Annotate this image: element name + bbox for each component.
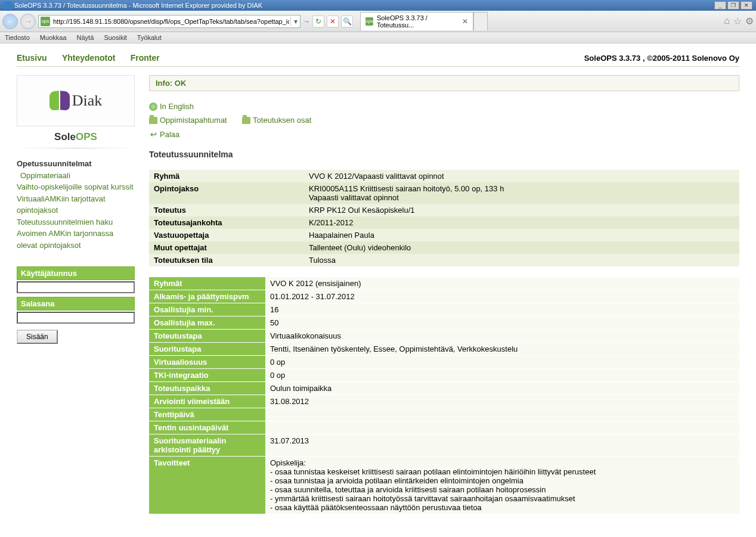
- action-label: Oppimistapahtumat: [160, 113, 227, 127]
- search-button[interactable]: 🔍: [341, 15, 353, 27]
- sidebar-item-virtuaaliamk[interactable]: VirtuaaliAMKiin tarjottavat opintojaksot: [17, 193, 135, 216]
- row-value: Haapalainen Paula: [304, 229, 739, 241]
- home-icon[interactable]: ⌂: [724, 15, 730, 27]
- row-label: Osallistujia max.: [149, 316, 265, 330]
- go-button[interactable]: →: [303, 17, 310, 26]
- row-label: Opintojakso: [149, 182, 304, 204]
- address-bar[interactable]: ops ▾: [38, 15, 300, 28]
- stop-button[interactable]: ✕: [327, 15, 339, 27]
- row-label: Tenttipäivä: [149, 408, 265, 421]
- row-label: Ryhmät: [149, 277, 265, 290]
- row-value: [265, 421, 739, 434]
- browser-navbar: ← → ops ▾ → ↻ ✕ 🔍 ops SoleOPS 3.3.73 / T…: [0, 11, 756, 32]
- row-value: 50: [265, 316, 739, 330]
- row-label: Arviointi viimeistään: [149, 395, 265, 408]
- diak-logo-icon: [49, 89, 70, 113]
- browser-tab[interactable]: ops SoleOPS 3.3.73 / Toteutussu... ✕: [360, 12, 473, 30]
- table-row: ToteutusajankohtaK/2011-2012: [149, 216, 739, 229]
- language-link[interactable]: In English: [149, 100, 194, 113]
- menu-item[interactable]: Työkalut: [137, 34, 162, 41]
- table-row: RyhmätVVO K 2012 (ensisijainen): [149, 277, 739, 290]
- row-value: Opiskelija: - osaa tunnistaa keskeiset k…: [265, 457, 739, 514]
- row-label: Toteutuksen tila: [149, 254, 304, 266]
- url-input[interactable]: [52, 17, 290, 26]
- username-label: Käyttäjätunnus: [17, 266, 135, 280]
- restore-button[interactable]: ❐: [727, 1, 739, 10]
- new-tab-button[interactable]: [473, 12, 488, 30]
- row-value: Tulossa: [304, 254, 739, 266]
- row-label: TKI-integraatio: [149, 369, 265, 382]
- sidebar-item-vaihto[interactable]: Vaihto-opiskelijoille sopivat kurssit: [17, 181, 135, 193]
- sidebar-item-opetussuunnitelmat[interactable]: Opetussuunnitelmat: [17, 158, 135, 170]
- row-value: 16: [265, 303, 739, 316]
- username-input[interactable]: [17, 281, 135, 293]
- row-value: 01.01.2012 - 31.07.2012: [265, 290, 739, 303]
- table-row: TKI-integraatio0 op: [149, 369, 739, 382]
- password-input[interactable]: [17, 312, 135, 324]
- forward-button[interactable]: →: [20, 14, 36, 29]
- window-title: SoleOPS 3.3.73 / Toteutussuunnitelma - M…: [14, 2, 714, 9]
- sidebar-item-oppimateriaali[interactable]: Oppimateriaali: [17, 170, 135, 182]
- menu-item[interactable]: Näytä: [77, 34, 94, 41]
- browser-menubar: Tiedosto Muokkaa Näytä Suosikit Työkalut: [0, 32, 756, 44]
- menu-item[interactable]: Tiedosto: [5, 34, 30, 41]
- folder-icon: [149, 117, 157, 124]
- table-row: Muut opettajatTallenteet (Oulu) videohen…: [149, 241, 739, 254]
- menu-item[interactable]: Muokkaa: [40, 34, 67, 41]
- row-value: K/2011-2012: [304, 216, 739, 229]
- sidebar-item-toteutushaku[interactable]: Toteutussuunnitelmien haku: [17, 216, 135, 228]
- tab-favicon: ops: [365, 17, 373, 26]
- row-value: Tentti, Itsenäinen työskentely, Essee, O…: [265, 343, 739, 356]
- row-label: Tentin uusintapäivät: [149, 421, 265, 434]
- back-button[interactable]: ←: [2, 14, 18, 29]
- topnav-yhteydenotot[interactable]: Yhteydenotot: [62, 53, 115, 63]
- table-row: Alkamis- ja päättymispvm01.01.2012 - 31.…: [149, 290, 739, 303]
- password-label: Salasana: [17, 297, 135, 311]
- minimize-button[interactable]: _: [714, 1, 726, 10]
- row-label: Tavoitteet: [149, 457, 265, 514]
- course-summary-table: RyhmäVVO K 2012/Vapaasti valittavat opin…: [149, 170, 739, 266]
- refresh-button[interactable]: ↻: [312, 15, 324, 27]
- login-button[interactable]: Sisään: [17, 330, 58, 344]
- row-value: VVO K 2012 (ensisijainen): [265, 277, 739, 290]
- info-message: Info: OK: [149, 75, 739, 91]
- ie-icon: [4, 1, 12, 10]
- row-label: Vastuuopettaja: [149, 229, 304, 241]
- sidebar-item-avoinamkin[interactable]: Avoimen AMKin tarjonnassa olevat opintoj…: [17, 228, 135, 251]
- table-row: ToteutustapaVirtuaalikokonaisuus: [149, 330, 739, 343]
- close-window-button[interactable]: ✕: [740, 1, 752, 10]
- logo-box: Diak: [17, 75, 135, 126]
- table-row: Suoritusmateriaalin arkistointi päättyy3…: [149, 434, 739, 457]
- action-toteutuksen-osat[interactable]: Toteutuksen osat: [242, 113, 311, 127]
- table-row: OpintojaksoKRI0005A11S Kriittisesti sair…: [149, 182, 739, 204]
- tab-title: SoleOPS 3.3.73 / Toteutussu...: [377, 14, 458, 29]
- table-row: ToteutuspaikkaOulun toimipaikka: [149, 382, 739, 395]
- row-value: KRI0005A11S Kriittisesti sairaan hoitoty…: [304, 182, 739, 204]
- row-label: Suoritusmateriaalin arkistointi päättyy: [149, 434, 265, 457]
- back-arrow-icon: ↩: [149, 130, 157, 138]
- row-label: Toteutustapa: [149, 330, 265, 343]
- table-row: Tenttipäivä: [149, 408, 739, 421]
- tab-close-icon[interactable]: ✕: [462, 17, 468, 26]
- sidebar-links: Opetussuunnitelmat Oppimateriaali Vaihto…: [17, 158, 135, 251]
- app-version: SoleOPS 3.3.73 , ©2005-2011 Solenovo Oy: [584, 54, 739, 63]
- page-title: Toteutussuunnitelma: [149, 150, 739, 159]
- url-dropdown-icon[interactable]: ▾: [290, 17, 300, 26]
- topnav-fronter[interactable]: Fronter: [131, 53, 160, 63]
- row-label: Osallistujia min.: [149, 303, 265, 316]
- action-palaa[interactable]: ↩ Palaa: [149, 128, 179, 141]
- row-value: Tallenteet (Oulu) videohenkilo: [304, 241, 739, 254]
- row-value: VVO K 2012/Vapaasti valittavat opinnot: [304, 170, 739, 182]
- menu-item[interactable]: Suosikit: [104, 34, 127, 41]
- logo-text: Diak: [72, 92, 103, 110]
- divider: [17, 148, 135, 148]
- row-value: 0 op: [265, 369, 739, 382]
- folder-icon: [242, 117, 250, 124]
- favorites-icon[interactable]: ☆: [733, 15, 742, 27]
- row-label: Toteutuspaikka: [149, 382, 265, 395]
- topnav-etusivu[interactable]: Etusivu: [17, 53, 47, 63]
- action-oppimistapahtumat[interactable]: Oppimistapahtumat: [149, 113, 227, 127]
- row-label: Muut opettajat: [149, 241, 304, 254]
- tools-icon[interactable]: ⚙: [745, 15, 754, 27]
- course-detail-table: RyhmätVVO K 2012 (ensisijainen)Alkamis- …: [149, 277, 739, 514]
